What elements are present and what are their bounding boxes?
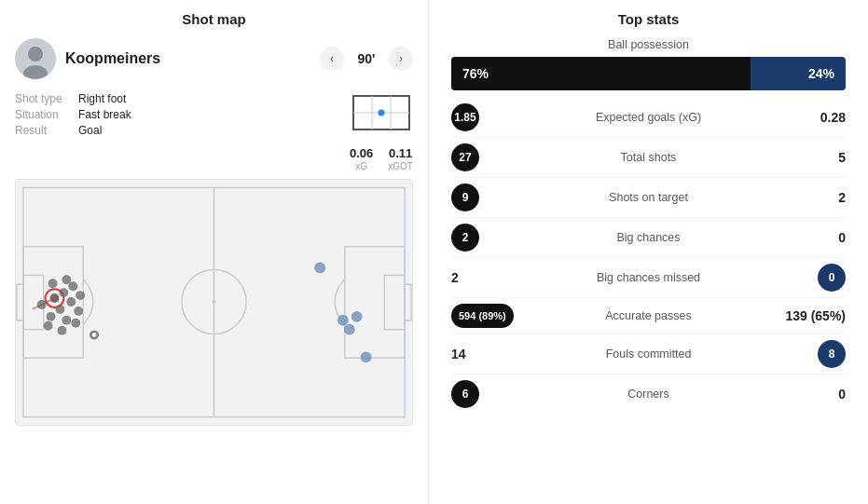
svg-point-31 — [76, 291, 85, 300]
stat-plain-right: 5 — [838, 150, 846, 165]
xgot-value: 0.11 xGOT — [388, 146, 413, 171]
possession-left: 76% — [451, 57, 751, 90]
stat-left-7: 6 — [451, 380, 535, 408]
avatar — [15, 38, 56, 79]
stat-right-6: 8 — [762, 340, 846, 368]
stat-center-label: Accurate passes — [535, 309, 762, 322]
stat-center-label: Fouls committed — [535, 347, 762, 361]
stat-center-label: Corners — [535, 388, 762, 401]
svg-point-1 — [28, 47, 43, 61]
stats-row: 27Total shots5 — [451, 138, 846, 178]
stats-row: 6Corners0 — [451, 375, 846, 414]
svg-point-33 — [62, 275, 71, 284]
shot-map-title: Shot map — [15, 11, 413, 27]
shot-type-row: Shot type Right foot — [15, 92, 340, 105]
shot-info-row: Shot type Right foot Situation Fast brea… — [15, 92, 413, 171]
stats-row: 594 (89%)Accurate passes139 (65%) — [451, 298, 846, 334]
shot-type-value: Right foot — [78, 92, 126, 105]
stats-row: 2Big chances0 — [451, 218, 846, 258]
svg-point-23 — [66, 297, 76, 306]
svg-point-40 — [344, 324, 355, 335]
stat-right-0: 0.28 — [762, 110, 846, 125]
xg-row: 0.06 xG 0.11 xGOT — [350, 146, 413, 171]
svg-point-25 — [47, 312, 56, 321]
pitch-map — [15, 179, 413, 426]
player-name: Koopmeiners — [65, 50, 310, 67]
svg-point-39 — [338, 315, 349, 326]
stat-center-label: Big chances — [535, 231, 762, 244]
stat-center-label: Big chances missed — [535, 271, 762, 284]
svg-point-28 — [57, 326, 66, 335]
svg-point-35 — [37, 300, 47, 309]
svg-point-27 — [44, 321, 53, 331]
stat-plain-left: 2 — [451, 270, 459, 285]
stats-list: 1.85Expected goals (xG)0.2827Total shots… — [451, 98, 846, 414]
stat-left-4: 2 — [451, 270, 535, 285]
stat-plain-right: 139 (65%) — [785, 308, 846, 323]
svg-point-22 — [59, 288, 68, 297]
svg-point-12 — [213, 300, 216, 304]
result-label: Result — [15, 124, 71, 137]
stat-right-4: 0 — [762, 264, 846, 292]
situation-row: Situation Fast break — [15, 108, 340, 121]
goal-frame-icon — [350, 92, 413, 141]
xg-value: 0.06 xG — [350, 146, 373, 171]
stat-plain-right: 2 — [838, 190, 846, 205]
svg-point-30 — [74, 306, 83, 316]
stat-plain-right: 0 — [838, 387, 846, 402]
result-row: Result Goal — [15, 124, 340, 137]
stat-right-1: 5 — [762, 150, 846, 165]
stat-right-5: 139 (65%) — [762, 308, 846, 323]
possession-bar: 76% 24% — [451, 57, 846, 90]
pitch-svg — [16, 180, 412, 425]
svg-point-42 — [361, 351, 372, 362]
goal-indicator: 0.06 xG 0.11 xGOT — [350, 92, 413, 171]
stat-left-5: 594 (89%) — [451, 304, 535, 328]
situation-value: Fast break — [78, 108, 131, 121]
stat-badge-left: 1.85 — [451, 103, 479, 131]
stat-badge-left: 27 — [451, 143, 479, 171]
stat-left-3: 2 — [451, 224, 535, 252]
right-panel: Top stats Ball possession 76% 24% 1.85Ex… — [429, 0, 868, 504]
shot-details: Shot type Right foot Situation Fast brea… — [15, 92, 340, 140]
stat-badge-left: 9 — [451, 184, 479, 211]
top-stats-title: Top stats — [451, 11, 846, 27]
svg-point-29 — [71, 319, 80, 328]
stat-right-3: 0 — [762, 230, 846, 245]
player-row: Koopmeiners ‹ 90' › — [15, 38, 413, 79]
possession-label: Ball possession — [451, 38, 846, 51]
svg-point-24 — [56, 305, 65, 314]
stat-badge-right: 0 — [818, 264, 846, 292]
stat-center-label: Expected goals (xG) — [535, 111, 762, 124]
stats-row: 9Shots on target2 — [451, 178, 846, 218]
prev-button[interactable]: ‹ — [320, 47, 344, 71]
stat-badge-pill-left: 594 (89%) — [451, 304, 514, 328]
stat-center-label: Total shots — [535, 151, 762, 164]
result-value: Goal — [78, 124, 102, 137]
stats-row: 1.85Expected goals (xG)0.28 — [451, 98, 846, 138]
next-button[interactable]: › — [389, 47, 413, 71]
stat-left-0: 1.85 — [451, 103, 535, 131]
situation-label: Situation — [15, 108, 71, 121]
stat-badge-left: 6 — [451, 380, 479, 408]
stat-right-2: 2 — [762, 190, 846, 205]
stat-left-6: 14 — [451, 347, 535, 361]
stat-right-7: 0 — [762, 387, 846, 402]
stat-badge-right: 8 — [818, 340, 846, 368]
svg-point-34 — [48, 279, 58, 288]
stat-left-2: 9 — [451, 184, 535, 211]
shot-type-label: Shot type — [15, 92, 71, 105]
svg-point-38 — [314, 263, 325, 274]
stats-row: 2Big chances missed0 — [451, 258, 846, 298]
stat-plain-right: 0.28 — [820, 110, 846, 125]
left-panel: Shot map Koopmeiners ‹ 90' › Shot type R… — [0, 0, 429, 504]
svg-point-41 — [351, 311, 363, 322]
stat-center-label: Shots on target — [535, 191, 762, 204]
stat-left-1: 27 — [451, 143, 535, 171]
stats-row: 14Fouls committed8 — [451, 334, 846, 375]
time-label: 90' — [353, 51, 379, 66]
svg-point-7 — [379, 110, 385, 116]
stat-badge-left: 2 — [451, 224, 479, 252]
possession-right: 24% — [751, 57, 846, 90]
possession-section: Ball possession 76% 24% — [451, 38, 846, 90]
